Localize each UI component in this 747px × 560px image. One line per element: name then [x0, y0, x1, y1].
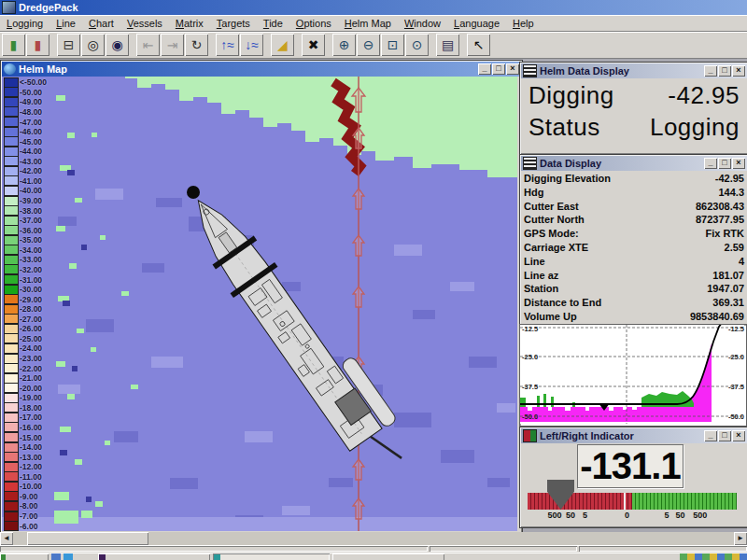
line-swap-icon[interactable]: ↻	[185, 34, 208, 56]
lr-value: -131.1	[580, 445, 680, 487]
data-label: Hdg	[524, 186, 543, 200]
maximize-button[interactable]: □	[718, 430, 731, 441]
tide-raise-icon[interactable]: ↑≈	[216, 34, 239, 56]
menu-item-vessels[interactable]: Vessels	[120, 17, 169, 30]
data-value: 144.3	[718, 186, 744, 200]
line-previous-icon[interactable]: ⇤	[136, 34, 160, 56]
slope-icon[interactable]: ◢	[271, 34, 294, 56]
data-display-titlebar[interactable]: Data Display _□×	[521, 156, 747, 171]
menu-item-matrix[interactable]: Matrix	[169, 17, 210, 30]
legend-entry: -30.00	[4, 285, 47, 295]
legend-swatch	[4, 422, 19, 432]
maximize-button[interactable]: □	[492, 63, 505, 75]
menu-item-chart[interactable]: Chart	[82, 17, 120, 30]
minimize-button[interactable]: _	[704, 65, 717, 77]
menu-item-line[interactable]: Line	[49, 17, 82, 30]
close-button[interactable]: ×	[732, 430, 745, 441]
zoom-extents-icon[interactable]: ✖	[302, 34, 325, 56]
legend-swatch	[4, 106, 19, 117]
system-tray[interactable]	[680, 553, 747, 560]
line-next-icon[interactable]: ⇥	[161, 34, 184, 56]
zoom-previous-icon[interactable]: ⊙	[405, 34, 429, 56]
legend-entry: -26.00	[4, 324, 47, 334]
zoom-out-icon[interactable]: ⊖	[357, 34, 380, 56]
legend-entry: -6.00	[4, 521, 47, 531]
scroll-left-button[interactable]: ◄	[0, 532, 13, 545]
menu-item-help[interactable]: Help	[506, 17, 541, 30]
data-value: 862308.43	[696, 200, 744, 214]
legend-label: -39.00	[20, 196, 42, 205]
helm-map-titlebar[interactable]: Helm Map _□×	[2, 62, 521, 77]
legend-swatch	[4, 442, 19, 453]
target-circle-icon[interactable]: ◎	[81, 34, 105, 56]
menu-item-targets[interactable]: Targets	[210, 17, 257, 30]
taskbar-button[interactable]	[98, 553, 210, 560]
print-icon[interactable]: ▤	[436, 34, 459, 56]
helm-map-canvas[interactable]	[2, 77, 517, 531]
maximize-button[interactable]: □	[718, 65, 731, 77]
legend-label: -47.00	[20, 118, 42, 127]
legend-entry: -44.00	[4, 147, 47, 157]
minimize-button[interactable]: _	[478, 63, 491, 75]
data-grid-icon	[523, 157, 537, 170]
menu-item-window[interactable]: Window	[398, 17, 447, 30]
legend-swatch	[4, 383, 19, 393]
data-value: 2.59	[725, 241, 744, 255]
menu-item-helm-map[interactable]: Helm Map	[338, 17, 398, 30]
start-button[interactable]	[0, 553, 49, 560]
minimize-button[interactable]: _	[704, 158, 717, 169]
depth-color-legend: <-50.00-50.00-49.00-48.00-47.00-46.00-45…	[4, 77, 47, 531]
taskbar-button[interactable]	[332, 553, 444, 560]
quicklaunch-icon[interactable]	[51, 553, 61, 560]
legend-swatch	[4, 482, 19, 492]
minimize-button[interactable]: _	[704, 430, 717, 441]
profile-y-label-left: -25.0	[522, 353, 538, 361]
lr-titlebar[interactable]: Left/Right Indicator _□×	[521, 428, 747, 443]
data-display-row: Line az181.07	[524, 269, 744, 283]
zoom-in-icon[interactable]: ⊕	[332, 34, 356, 56]
profile-y-label-right: -37.5	[728, 383, 744, 391]
logging-start-icon[interactable]: ▮	[2, 34, 25, 56]
scroll-thumb[interactable]	[27, 532, 148, 545]
map-area[interactable]: <-50.00-50.00-49.00-48.00-47.00-46.00-45…	[2, 77, 517, 531]
tide-lower-icon[interactable]: ↓≈	[240, 34, 263, 56]
legend-entry: -10.00	[4, 482, 47, 492]
legend-swatch	[4, 77, 19, 88]
legend-label: -32.00	[20, 265, 42, 274]
data-display-row: Line4	[524, 255, 744, 269]
scroll-right-button[interactable]: ►	[734, 532, 747, 545]
menu-item-tide[interactable]: Tide	[257, 17, 289, 30]
logging-stop-icon[interactable]: ▮	[26, 34, 49, 56]
horizontal-scrollbar[interactable]: ◄ ►	[0, 532, 747, 545]
windows-taskbar	[0, 553, 747, 560]
data-display-row: Carriage XTE2.59	[524, 241, 744, 255]
helm-data-title: Helm Data Display	[540, 65, 701, 77]
legend-entry: -31.00	[4, 274, 47, 285]
quicklaunch-icon[interactable]	[63, 553, 73, 560]
legend-swatch	[4, 373, 19, 384]
legend-swatch	[4, 521, 19, 531]
close-button[interactable]: ×	[732, 65, 745, 77]
helm-data-titlebar[interactable]: Helm Data Display _□×	[521, 63, 747, 78]
matrix-setup-icon[interactable]: ⊟	[57, 34, 80, 56]
taskbar-button-active[interactable]	[213, 553, 330, 560]
status-panel	[579, 546, 747, 552]
legend-swatch	[4, 245, 19, 255]
legend-label: -33.00	[20, 255, 42, 264]
legend-swatch	[4, 235, 19, 245]
zoom-window-icon[interactable]: ⊡	[381, 34, 404, 56]
scroll-track[interactable]	[13, 532, 734, 545]
legend-label: -46.00	[20, 127, 42, 136]
legend-entry: -28.00	[4, 304, 47, 315]
menu-item-options[interactable]: Options	[289, 17, 338, 30]
data-display-row: Cutter East862308.43	[524, 200, 744, 214]
close-button[interactable]: ×	[506, 63, 519, 75]
data-label: GPS Mode:	[524, 227, 579, 241]
close-button[interactable]: ×	[732, 158, 745, 169]
target-circle-underline-icon[interactable]: ◉	[106, 34, 129, 56]
maximize-button[interactable]: □	[718, 158, 731, 169]
data-display-row: Digging Elevation-42.95	[524, 172, 744, 186]
menu-item-logging[interactable]: Logging	[0, 17, 49, 30]
pointer-mode-icon[interactable]: ↖	[467, 34, 490, 56]
menu-item-language[interactable]: Language	[447, 17, 506, 30]
